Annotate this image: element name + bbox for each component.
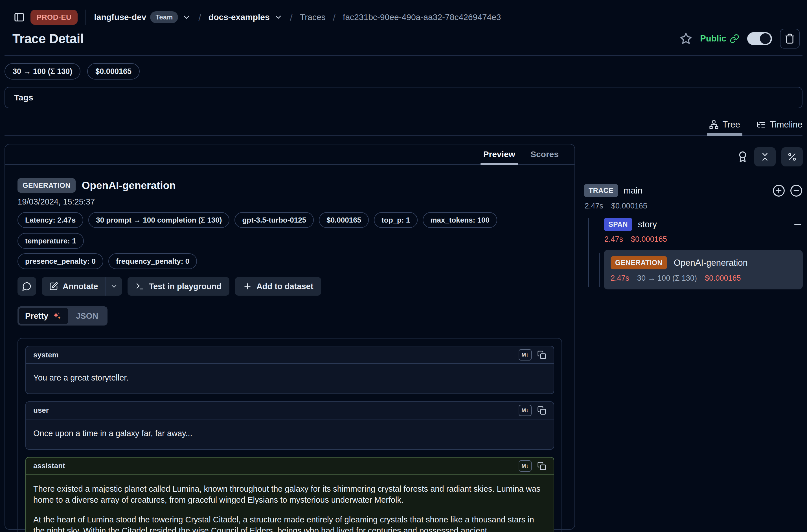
- collapse-all-button[interactable]: [754, 147, 776, 167]
- message-role-label: assistant: [33, 461, 65, 470]
- add-to-dataset-button[interactable]: Add to dataset: [235, 277, 321, 296]
- trace-latency: 2.47s: [585, 202, 603, 210]
- message-content: Once upon a time in a galaxy far, far aw…: [26, 419, 553, 449]
- chevrons-down-up-icon: [760, 152, 770, 162]
- chevron-down-icon: [274, 13, 283, 22]
- annotate-button[interactable]: Annotate: [42, 277, 106, 296]
- pretty-view-button[interactable]: Pretty: [19, 308, 68, 324]
- generation-metrics: 2.47s 30 → 100 (Σ 130) $0.000165: [611, 274, 796, 283]
- metadata-pills-row-2: presence_penalty: 0 frequency_penalty: 0: [18, 253, 562, 269]
- tags-label: Tags: [14, 93, 33, 102]
- metrics-percent-button[interactable]: [781, 147, 803, 167]
- message-role-label: user: [33, 406, 49, 415]
- tab-tree[interactable]: Tree: [709, 120, 740, 130]
- total-cost-badge: $0.000165: [87, 63, 140, 79]
- annotate-dropdown-button[interactable]: [106, 277, 122, 296]
- test-in-playground-button[interactable]: Test in playground: [128, 277, 229, 296]
- add-to-dataset-label: Add to dataset: [257, 282, 313, 291]
- breadcrumb-separator: /: [290, 12, 293, 23]
- page-title: Trace Detail: [13, 31, 83, 46]
- tab-timeline[interactable]: Timeline: [756, 120, 803, 130]
- message-content: There existed a majestic planet called L…: [26, 475, 553, 532]
- link-icon: [730, 34, 739, 43]
- copy-button[interactable]: [537, 461, 546, 471]
- tags-box[interactable]: Tags: [4, 87, 803, 108]
- observation-panel: Preview Scores GENERATION OpenAI-generat…: [4, 144, 575, 530]
- public-label: Public: [700, 34, 726, 44]
- breadcrumb-separator: /: [199, 12, 201, 23]
- plus-icon: [243, 282, 252, 291]
- message-paragraph: You are a great storyteller.: [33, 372, 546, 383]
- tree-zoom-controls: [772, 184, 803, 197]
- collapse-node-button[interactable]: [793, 220, 803, 230]
- terminal-icon: [135, 282, 145, 291]
- award-icon: [737, 151, 749, 163]
- observation-title: OpenAI-generation: [82, 180, 176, 192]
- public-share-link[interactable]: Public: [700, 34, 739, 44]
- generation-latency: 2.47s: [611, 274, 629, 283]
- annotation-queue-button[interactable]: [737, 151, 749, 163]
- observation-header: GENERATION OpenAI-generation: [18, 178, 562, 193]
- project-switcher-button[interactable]: [274, 13, 283, 22]
- tab-preview[interactable]: Preview: [483, 144, 515, 165]
- generation-name: OpenAI-generation: [674, 258, 748, 268]
- minus-icon: [793, 220, 803, 230]
- panel-body: GENERATION OpenAI-generation 19/03/2024,…: [5, 165, 575, 532]
- title-row: Trace Detail Public: [0, 26, 807, 49]
- zoom-out-button[interactable]: [790, 184, 803, 197]
- token-usage-pill: 30 prompt → 100 completion (Σ 130): [88, 212, 229, 228]
- breadcrumb-traces-link[interactable]: Traces: [300, 13, 326, 22]
- format-toggle: Pretty JSON: [18, 306, 108, 325]
- span-name: story: [638, 220, 657, 230]
- tree-node-span[interactable]: SPAN story: [604, 218, 803, 231]
- markdown-toggle-button[interactable]: M↓: [519, 405, 531, 416]
- tree-node-trace[interactable]: TRACE main: [583, 184, 803, 197]
- delete-trace-button[interactable]: [780, 29, 800, 49]
- message-tools: M↓: [519, 349, 546, 361]
- temperature-pill: temperature: 1: [18, 233, 84, 249]
- list-tree-icon: [756, 120, 766, 130]
- content-area: Preview Scores GENERATION OpenAI-generat…: [0, 144, 807, 530]
- copy-icon: [537, 350, 546, 359]
- comment-bubble-icon: [22, 282, 32, 291]
- tree-node-generation-selected[interactable]: GENERATION OpenAI-generation 2.47s 30 → …: [604, 250, 803, 289]
- bookmark-star-button[interactable]: [680, 33, 692, 45]
- trash-icon: [784, 33, 795, 44]
- star-icon: [680, 33, 692, 45]
- json-view-button[interactable]: JSON: [68, 311, 106, 321]
- public-toggle[interactable]: [747, 32, 772, 45]
- copy-button[interactable]: [537, 406, 546, 415]
- observation-type-badge: GENERATION: [18, 178, 76, 193]
- org-type-badge[interactable]: Team: [150, 11, 178, 23]
- edit-pen-icon: [49, 282, 58, 291]
- breadcrumb-project[interactable]: docs-examples: [208, 13, 270, 22]
- metadata-pills-row-1: Latency: 2.47s 30 prompt → 100 completio…: [18, 212, 562, 249]
- plus-circle-icon: [772, 184, 785, 197]
- token-usage-badge: 30 → 100 (Σ 130): [4, 63, 80, 79]
- copy-icon: [537, 406, 546, 415]
- comments-button[interactable]: [18, 277, 36, 296]
- breadcrumb-trace-id: fac231bc-90ee-490a-aa32-78c4269474e3: [343, 13, 501, 22]
- zoom-in-button[interactable]: [772, 184, 785, 197]
- org-switcher-button[interactable]: [182, 13, 191, 22]
- minus-circle-icon: [790, 184, 803, 197]
- copy-icon: [537, 461, 546, 471]
- markdown-toggle-button[interactable]: M↓: [519, 460, 531, 472]
- tab-timeline-label: Timeline: [770, 120, 803, 130]
- environment-badge[interactable]: PROD-EU: [31, 10, 78, 25]
- breadcrumb-org[interactable]: langfuse-dev: [94, 13, 146, 22]
- active-tab-indicator: [707, 133, 743, 136]
- message-paragraph: Once upon a time in a galaxy far, far aw…: [33, 428, 546, 439]
- span-cost: $0.000165: [631, 235, 667, 244]
- copy-button[interactable]: [537, 350, 546, 359]
- toggle-thumb: [760, 33, 771, 44]
- trace-type-badge: TRACE: [584, 184, 618, 197]
- span-metrics: 2.47s $0.000165: [604, 235, 803, 244]
- markdown-toggle-button[interactable]: M↓: [519, 349, 531, 361]
- active-tab-indicator: [481, 163, 518, 165]
- tab-scores[interactable]: Scores: [530, 144, 559, 165]
- span-type-badge: SPAN: [604, 218, 632, 231]
- playground-label: Test in playground: [149, 282, 222, 291]
- generation-row: GENERATION OpenAI-generation: [611, 256, 796, 269]
- sidebar-toggle-button[interactable]: [14, 12, 25, 23]
